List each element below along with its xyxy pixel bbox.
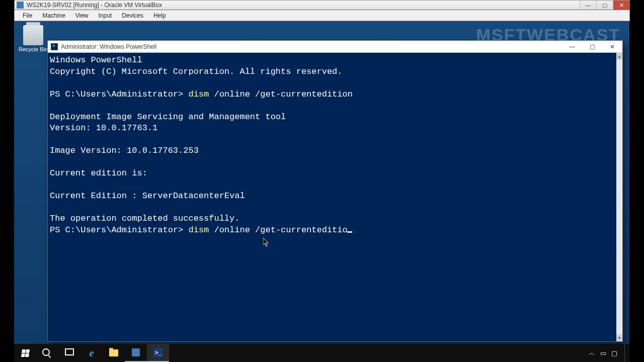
minimize-button[interactable]: — xyxy=(580,1,596,10)
show-desktop-button[interactable] xyxy=(624,344,627,362)
maximize-button[interactable]: ▢ xyxy=(596,1,613,10)
start-button[interactable] xyxy=(14,344,36,362)
menu-machine[interactable]: Machine xyxy=(37,11,70,20)
powershell-taskbar-button[interactable]: >_ xyxy=(147,344,169,362)
system-tray: ︿ ▭ ▢ xyxy=(589,344,629,362)
powershell-titlebar[interactable]: Administrator: Windows PowerShell — ▢ ✕ xyxy=(48,41,622,53)
tray-chevron-icon[interactable]: ︿ xyxy=(589,348,595,357)
guest-desktop: MSFTWEBCAST Recycle Bin Administrator: W… xyxy=(14,21,629,362)
ps-close-button[interactable]: ✕ xyxy=(602,41,622,53)
server-manager-button[interactable] xyxy=(125,344,147,362)
ie-icon: e xyxy=(90,347,94,359)
network-icon[interactable]: ▭ xyxy=(600,349,606,357)
virtualbox-window-title: WS2K19-SRV02 [Running] - Oracle VM Virtu… xyxy=(27,2,162,9)
windows-logo-icon xyxy=(21,349,29,357)
windows-taskbar: e >_ ︿ ▭ ▢ xyxy=(14,344,629,362)
search-button[interactable] xyxy=(36,344,58,362)
menu-view[interactable]: View xyxy=(70,11,94,20)
virtualbox-menubar: File Machine View Input Devices Help xyxy=(14,10,630,21)
folder-icon xyxy=(109,349,118,356)
virtualbox-titlebar: WS2K19-SRV02 [Running] - Oracle VM Virtu… xyxy=(14,0,630,10)
menu-input[interactable]: Input xyxy=(94,11,117,20)
menu-file[interactable]: File xyxy=(18,11,37,20)
recycle-bin[interactable]: Recycle Bin xyxy=(17,25,49,52)
powershell-icon xyxy=(51,43,58,50)
scroll-down-button[interactable]: ▼ xyxy=(616,334,622,341)
file-explorer-button[interactable] xyxy=(103,344,125,362)
search-icon xyxy=(42,348,53,358)
powershell-taskbar-icon: >_ xyxy=(153,348,163,357)
notifications-icon[interactable]: ▢ xyxy=(611,349,617,357)
virtualbox-icon xyxy=(17,2,24,9)
ps-minimize-button[interactable]: — xyxy=(562,41,582,53)
menu-devices[interactable]: Devices xyxy=(117,11,148,20)
server-manager-icon xyxy=(132,348,140,356)
task-view-button[interactable] xyxy=(58,344,80,362)
recycle-bin-label: Recycle Bin xyxy=(17,46,49,52)
menu-help[interactable]: Help xyxy=(148,11,171,20)
mouse-pointer-icon xyxy=(263,238,269,247)
task-view-icon xyxy=(65,348,74,357)
powershell-window-title: Administrator: Windows PowerShell xyxy=(61,43,156,50)
scroll-up-button[interactable]: ▲ xyxy=(616,53,622,60)
close-button[interactable]: ✕ xyxy=(613,1,629,10)
recycle-bin-icon xyxy=(23,25,43,45)
powershell-window: Administrator: Windows PowerShell — ▢ ✕ … xyxy=(47,40,623,342)
text-cursor xyxy=(347,231,352,233)
scrollbar[interactable]: ▲ ▼ xyxy=(616,53,622,341)
ps-maximize-button[interactable]: ▢ xyxy=(582,41,602,53)
powershell-body[interactable]: ▲ ▼ Windows PowerShell Copyright (C) Mic… xyxy=(48,53,622,341)
internet-explorer-button[interactable]: e xyxy=(80,344,103,362)
terminal-output: Windows PowerShell Copyright (C) Microso… xyxy=(48,55,622,236)
